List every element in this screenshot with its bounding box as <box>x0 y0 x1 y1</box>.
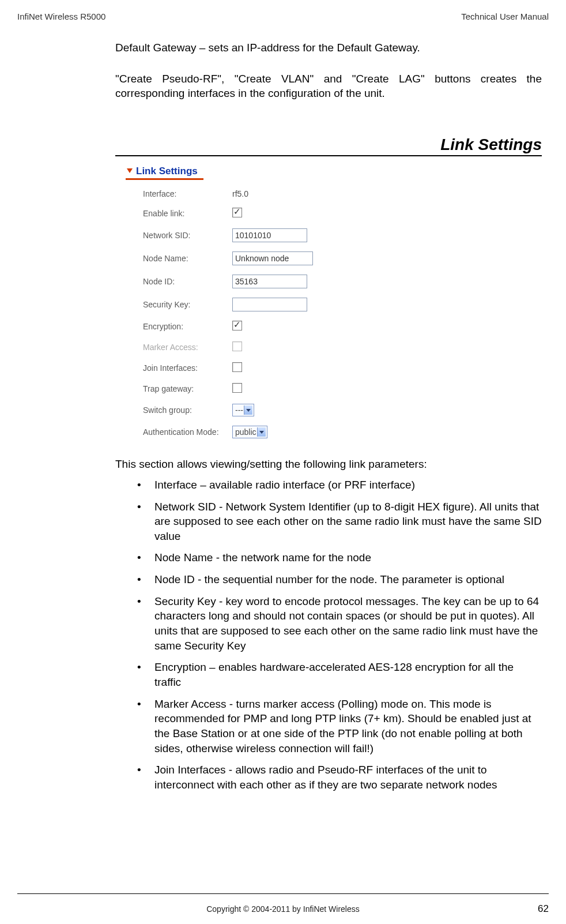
bullet-node-id: Node ID - the sequential number for the … <box>115 572 542 594</box>
row-auth-mode: Authentication Mode: public <box>126 421 353 443</box>
label-node-name: Node Name: <box>143 254 232 263</box>
checkbox-enable-link[interactable] <box>232 208 242 217</box>
checkbox-join-interfaces[interactable] <box>232 362 242 372</box>
parameter-list: Interface – available radio interface (o… <box>115 478 542 799</box>
label-interface: Interface: <box>143 189 232 198</box>
panel-heading-underline <box>126 178 203 180</box>
row-network-sid: Network SID: <box>126 224 353 247</box>
label-node-id: Node ID: <box>143 277 232 286</box>
input-node-id[interactable] <box>232 275 307 288</box>
row-node-name: Node Name: <box>126 247 353 270</box>
label-trap-gateway: Trap gateway: <box>143 384 232 393</box>
checkbox-trap-gateway[interactable] <box>232 383 242 393</box>
row-security-key: Security Key: <box>126 293 353 316</box>
row-enable-link: Enable link: <box>126 203 353 224</box>
select-switch-group[interactable]: --- <box>232 404 254 416</box>
row-join-interfaces: Join Interfaces: <box>126 358 353 378</box>
footer-copyright: Copyright © 2004-2011 by InfiNet Wireles… <box>17 904 549 914</box>
label-security-key: Security Key: <box>143 300 232 309</box>
section-divider <box>115 155 542 156</box>
row-marker-access: Marker Access: <box>126 337 353 358</box>
input-node-name[interactable] <box>232 251 313 265</box>
bullet-security-key: Security Key - key word to encode protoc… <box>115 594 542 660</box>
value-interface: rf5.0 <box>232 189 248 198</box>
header-left: InfiNet Wireless R5000 <box>17 12 105 21</box>
list-intro: This section allows viewing/setting the … <box>115 458 542 471</box>
label-network-sid: Network SID: <box>143 231 232 240</box>
row-encryption: Encryption: <box>126 316 353 337</box>
checkbox-encryption[interactable] <box>232 321 242 330</box>
bullet-interface: Interface – available radio interface (o… <box>115 478 542 499</box>
label-marker-access: Marker Access: <box>143 343 232 352</box>
link-settings-panel: Link Settings Interface: rf5.0 Enable li… <box>126 162 353 443</box>
row-interface: Interface: rf5.0 <box>126 185 353 203</box>
bullet-encryption: Encryption – enables hardware-accelerate… <box>115 660 542 696</box>
row-node-id: Node ID: <box>126 270 353 293</box>
label-join-interfaces: Join Interfaces: <box>143 363 232 373</box>
input-security-key[interactable] <box>232 298 307 311</box>
bullet-network-sid: Network SID - Network System Identifier … <box>115 499 542 551</box>
checkbox-marker-access[interactable] <box>232 341 242 351</box>
row-trap-gateway: Trap gateway: <box>126 378 353 399</box>
select-auth-mode[interactable]: public <box>232 426 267 438</box>
paragraph-default-gateway: Default Gateway – sets an IP-address for… <box>115 40 542 55</box>
footer-divider <box>17 893 549 894</box>
label-switch-group: Switch group: <box>143 405 232 415</box>
label-enable-link: Enable link: <box>143 209 232 218</box>
bullet-node-name: Node Name - the network name for the nod… <box>115 550 542 572</box>
label-encryption: Encryption: <box>143 322 232 331</box>
bullet-join-interfaces: Join Interfaces - allows radio and Pseud… <box>115 763 542 799</box>
page-number: 62 <box>538 903 549 915</box>
bullet-marker-access: Marker Access - turns marker access (Pol… <box>115 697 542 763</box>
paragraph-create-buttons: "Create Pseudo-RF", "Create VLAN" and "C… <box>115 72 542 101</box>
section-title-link-settings: Link Settings <box>115 136 542 154</box>
input-network-sid[interactable] <box>232 228 307 242</box>
label-auth-mode: Authentication Mode: <box>143 427 232 437</box>
row-switch-group: Switch group: --- <box>126 399 353 421</box>
header-right: Technical User Manual <box>461 12 549 21</box>
